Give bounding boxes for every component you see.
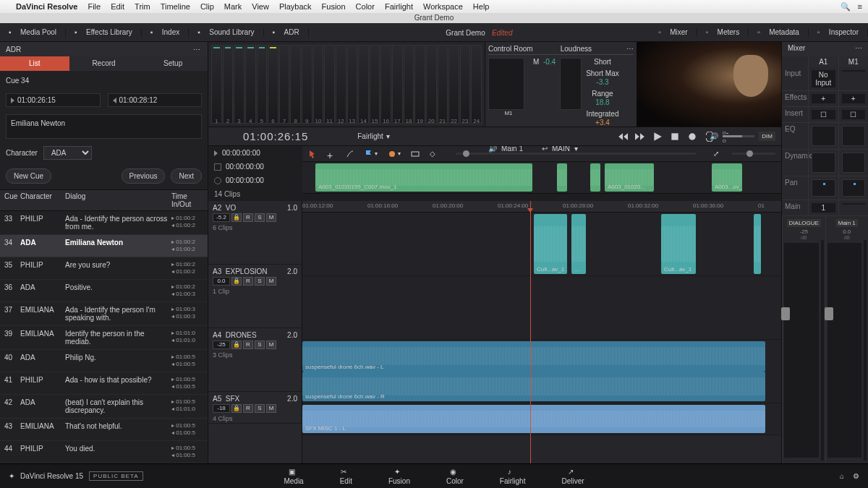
solo-button[interactable]: S xyxy=(255,213,265,222)
mute-button[interactable]: M xyxy=(266,341,276,349)
lock-icon[interactable]: 🔒 xyxy=(231,277,242,286)
height-slider[interactable] xyxy=(732,153,775,155)
search-icon[interactable]: 🔍 xyxy=(841,2,851,12)
video-clip[interactable] xyxy=(590,163,600,192)
mute-button[interactable]: M xyxy=(266,213,276,222)
menu-mark[interactable]: Mark xyxy=(224,2,242,11)
track-header[interactable]: A2 VO1.0 -5.2🔒RSM 6 Clips xyxy=(208,201,302,265)
tab-record[interactable]: Record xyxy=(69,56,139,71)
character-name-field[interactable]: Emiliana Newton xyxy=(6,114,202,139)
cr-options-icon[interactable]: ⋯ xyxy=(626,45,634,53)
zoom-slider[interactable] xyxy=(456,153,696,155)
audio-clip[interactable]: suspenseful drone 6ch.wav - L xyxy=(302,341,765,372)
menu-fairlight[interactable]: Fairlight xyxy=(385,2,413,11)
arm-button[interactable]: R xyxy=(243,277,253,286)
video-clip[interactable]: A003...ov_1 xyxy=(712,163,742,192)
video-clip[interactable]: A003_01020... xyxy=(605,163,654,192)
audio-clip[interactable]: SFX MISC 1 - L xyxy=(302,405,765,433)
menu-fusion[interactable]: Fusion xyxy=(322,2,346,11)
timeline-ruler[interactable]: 01:00:12:0001:00:16:0001:00:20:0001:00:2… xyxy=(302,201,781,213)
track-lane[interactable] xyxy=(302,276,781,340)
arm-button[interactable]: R xyxy=(243,213,253,222)
mixer-col-m1[interactable]: M1 xyxy=(838,56,869,67)
mixer-col-a1[interactable]: A1 xyxy=(808,56,838,67)
settings-icon[interactable]: ⚙ xyxy=(853,472,859,480)
metadata-button[interactable]: ▫Metadata xyxy=(749,28,809,37)
menu-playback[interactable]: Playback xyxy=(279,2,312,11)
tab-setup[interactable]: Setup xyxy=(138,56,208,71)
lock-icon[interactable]: 🔒 xyxy=(231,404,242,413)
menu-file[interactable]: File xyxy=(88,2,101,11)
adr-options-icon[interactable]: ⋯ xyxy=(193,46,202,53)
menu-color[interactable]: Color xyxy=(356,2,375,11)
lock-icon[interactable]: 🔒 xyxy=(231,213,242,222)
adr-button[interactable]: ▪ADR xyxy=(264,28,309,37)
dim-button[interactable]: DIM xyxy=(759,132,775,141)
solo-button[interactable]: S xyxy=(255,341,265,349)
cue-row[interactable]: 39EMILIANAIdentify the person in the med… xyxy=(0,326,208,350)
lock-icon[interactable]: 🔒 xyxy=(231,341,242,349)
track-lane[interactable]: suspenseful drone 6ch.wav - Lsuspenseful… xyxy=(302,340,781,403)
timeline-mode[interactable]: Fairlight▾ xyxy=(357,132,390,140)
track-lane[interactable]: Cult...av_1...Cult...av_1 xyxy=(302,213,781,276)
video-clip[interactable] xyxy=(557,163,567,192)
app-name[interactable]: DaVinci Resolve xyxy=(16,2,77,11)
pan-control[interactable] xyxy=(812,179,835,197)
fast-forward-button[interactable] xyxy=(635,132,645,142)
media-pool-button[interactable]: ▪Media Pool xyxy=(0,28,66,37)
inspector-button[interactable]: ▫Inspector xyxy=(809,28,868,37)
menu-edit[interactable]: Edit xyxy=(111,2,124,11)
mac-menubar[interactable]: DaVinci Resolve File Edit Trim Timeline … xyxy=(0,0,868,13)
mute-button[interactable]: M xyxy=(266,277,276,286)
effects-button[interactable]: ▪Effects Library xyxy=(66,28,142,37)
index-button[interactable]: ▪Index xyxy=(142,28,189,37)
mixer-button[interactable]: ▫Mixer xyxy=(650,28,697,37)
play-button[interactable] xyxy=(652,132,663,142)
character-select[interactable]: ADA xyxy=(43,146,92,160)
tc-stop-icon[interactable] xyxy=(214,163,221,171)
cue-row[interactable]: 33PHILIPAda - Identify the person across… xyxy=(0,211,208,235)
menu-view[interactable]: View xyxy=(252,2,269,11)
cue-row[interactable]: 41PHILIPAda - how is that possible?▸ 01:… xyxy=(0,372,208,395)
dynamics-graph[interactable] xyxy=(842,153,866,173)
marker-tool-icon[interactable]: + xyxy=(327,150,336,158)
menu-timeline[interactable]: Timeline xyxy=(161,2,190,11)
razor-tool-icon[interactable] xyxy=(346,150,354,158)
menu-extras-icon[interactable]: ≡ xyxy=(858,2,862,12)
out-timecode[interactable]: 01:00:28:12 xyxy=(108,93,203,107)
cue-row[interactable]: 40ADAPhilip Ng.▸ 01:00:5◂ 01:00:5 xyxy=(0,350,208,372)
audio-clip[interactable]: ... xyxy=(571,214,586,274)
arm-button[interactable]: R xyxy=(243,404,253,413)
video-clip[interactable]: A003_01020155_C007.mov_1 xyxy=(315,163,532,192)
fader-strip[interactable]: Main 10.0dB xyxy=(825,216,869,463)
arm-button[interactable]: R xyxy=(243,341,253,349)
tc-play-icon[interactable] xyxy=(214,150,218,156)
new-cue-button[interactable]: New Cue xyxy=(6,168,51,184)
track-lane[interactable]: SFX MISC 1 - L xyxy=(302,403,781,435)
menu-trim[interactable]: Trim xyxy=(135,2,150,11)
dynamics-graph[interactable] xyxy=(812,153,835,173)
page-media[interactable]: ▣Media xyxy=(284,468,303,485)
fader-slider[interactable] xyxy=(827,243,862,458)
cue-row[interactable]: 42ADA(beat) I can't explain this discrep… xyxy=(0,395,208,419)
menu-help[interactable]: Help xyxy=(473,2,490,11)
solo-button[interactable]: S xyxy=(255,277,265,286)
expand-icon[interactable]: ⤢ xyxy=(713,150,722,158)
previous-button[interactable]: Previous xyxy=(122,168,166,184)
fader-slider[interactable] xyxy=(784,243,819,458)
cue-row[interactable]: 35PHILIPAre you sure?▸ 01:00:2◂ 01:00:2 xyxy=(0,257,208,280)
master-timecode[interactable]: 01:00:26:15 xyxy=(243,130,308,142)
page-deliver[interactable]: ↗Deliver xyxy=(561,468,584,485)
track-header[interactable]: A4 DRONES2.0 -25🔒RSM 3 Clips xyxy=(208,328,302,392)
eq-graph[interactable] xyxy=(812,126,835,146)
cue-row[interactable]: 34ADAEmiliana Newton▸ 01:00:2◂ 01:00:2 xyxy=(0,235,208,257)
video-track[interactable]: A003_01020155_C007.mov_1A003_01020...A00… xyxy=(302,162,781,194)
cue-row[interactable]: 37EMILIANAAda - Identify the person I'm … xyxy=(0,302,208,326)
menu-workspace[interactable]: Workspace xyxy=(423,2,463,11)
page-fusion[interactable]: ✦Fusion xyxy=(388,468,410,485)
track-header[interactable]: A3 EXPLOSION2.0 0.0🔒RSM 1 Clip xyxy=(208,265,302,328)
fader-strip[interactable]: DIALOGUE-25dB xyxy=(782,216,825,463)
rewind-button[interactable] xyxy=(618,132,628,142)
link-icon[interactable]: ◇ xyxy=(430,150,438,158)
menu-clip[interactable]: Clip xyxy=(200,2,214,11)
